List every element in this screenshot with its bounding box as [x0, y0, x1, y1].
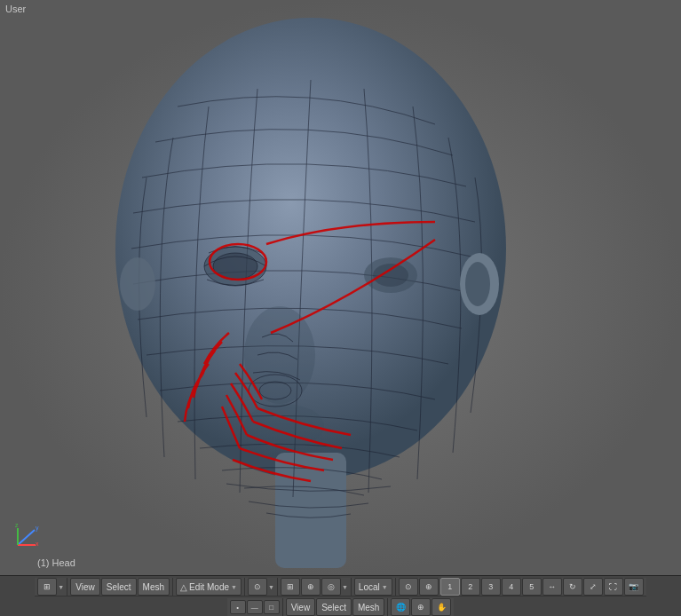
snap-btn[interactable]: ⊕ — [301, 578, 321, 596]
scale-btn[interactable]: ⤢ — [583, 578, 603, 596]
local-dropdown[interactable]: Local ▼ — [354, 578, 392, 596]
svg-point-11 — [120, 257, 155, 311]
global-icon[interactable]: 🌐 — [391, 598, 410, 616]
pivot-button[interactable]: ⊙ — [248, 578, 267, 596]
hand-icon[interactable]: ✋ — [432, 598, 451, 616]
magnet-icon[interactable]: ⊕ — [411, 598, 431, 616]
proportional-btn[interactable]: ◎ — [321, 578, 341, 596]
svg-text:y: y — [36, 525, 39, 532]
local-label: Local — [359, 582, 380, 592]
svg-text:z: z — [15, 522, 19, 528]
svg-rect-2 — [275, 453, 346, 568]
render-icon-btn[interactable]: ⊞ — [281, 578, 300, 596]
toolbar-top-row: ⊞ ▼ View Select Mesh △ Edit Mode ▼ ⊙ ▼ ⊞… — [35, 578, 645, 596]
transform-btn[interactable]: ↔ — [542, 578, 562, 596]
vertex-select-btn[interactable]: • — [230, 600, 246, 614]
object-label: (1) Head — [37, 557, 75, 568]
face-select-btn[interactable]: □ — [264, 600, 280, 614]
toolbar-bottom-row: • — □ View Select Mesh 🌐 ⊕ ✋ — [227, 598, 455, 616]
svg-point-7 — [244, 306, 315, 404]
toolbar: ⊞ ▼ View Select Mesh △ Edit Mode ▼ ⊙ ▼ ⊞… — [0, 575, 681, 616]
svg-line-17 — [18, 530, 35, 545]
svg-point-6 — [373, 264, 408, 287]
mode-dropdown-arrow: ▼ — [231, 584, 237, 590]
camera-btn[interactable]: 📷 — [624, 578, 644, 596]
layer-btn-3[interactable]: 3 — [481, 578, 501, 596]
pivot-arrow[interactable]: ▼ — [268, 584, 274, 590]
layer-btn-4[interactable]: 4 — [502, 578, 521, 596]
layer-btn-5[interactable]: 5 — [522, 578, 542, 596]
mode-icon: △ — [180, 582, 187, 592]
mode-label: Edit Mode — [189, 582, 229, 592]
display-btn-1[interactable]: ⊙ — [399, 578, 418, 596]
axis-widget: x z y — [11, 521, 42, 552]
viewport-label: User — [5, 4, 26, 14]
rotate-btn[interactable]: ↻ — [563, 578, 582, 596]
select-menu-btn-2[interactable]: Select — [316, 598, 352, 616]
viewport[interactable]: User x z y (1) Head — [0, 0, 681, 575]
svg-point-10 — [465, 262, 490, 306]
mesh-menu-button[interactable]: Mesh — [138, 578, 170, 596]
layer-btn-2[interactable]: 2 — [461, 578, 480, 596]
fullscreen-btn[interactable]: ⛶ — [604, 578, 623, 596]
viewport-type-button[interactable]: ⊞ — [37, 578, 57, 596]
local-dropdown-arrow: ▼ — [382, 584, 388, 590]
mesh-menu-btn-2[interactable]: Mesh — [352, 598, 384, 616]
layer-btn-1[interactable]: 1 — [440, 578, 460, 596]
display-btn-2[interactable]: ⊕ — [419, 578, 439, 596]
view-menu-button[interactable]: View — [70, 578, 100, 596]
edge-select-btn[interactable]: — — [247, 600, 263, 614]
viewport-type-arrow[interactable]: ▼ — [58, 584, 64, 590]
view-menu-btn-2[interactable]: View — [286, 598, 316, 616]
mode-dropdown[interactable]: △ Edit Mode ▼ — [176, 578, 242, 596]
proportional-arrow[interactable]: ▼ — [342, 584, 348, 590]
select-menu-button[interactable]: Select — [101, 578, 137, 596]
svg-text:x: x — [36, 541, 39, 547]
